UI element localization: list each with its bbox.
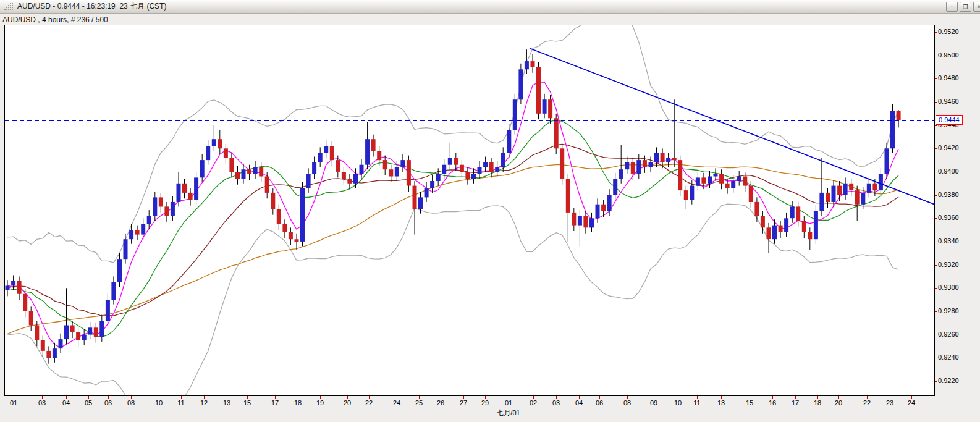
bull-candle	[124, 239, 128, 259]
bear-candle	[489, 162, 494, 172]
bull-candle	[365, 139, 370, 164]
time-axis-label: 29	[481, 399, 489, 407]
bear-candle	[643, 160, 647, 167]
price-chart-area[interactable]	[4, 25, 935, 396]
bear-candle	[377, 151, 381, 160]
minimize-button[interactable]: −	[946, 2, 958, 12]
bull-candle	[395, 167, 399, 176]
time-axis-label: 17	[792, 399, 799, 407]
bear-candle	[761, 216, 765, 228]
bear-candle	[271, 193, 275, 209]
bull-candle	[177, 184, 181, 202]
time-axis-tick	[750, 396, 750, 399]
price-axis-label: 0.9340	[938, 237, 959, 245]
bull-candle	[64, 326, 69, 340]
time-axis-label: 02	[530, 399, 537, 407]
window-controls: − ❐ ✕	[946, 2, 980, 12]
time-axis-label: 04	[62, 399, 70, 407]
bull-candle	[578, 216, 582, 226]
time-axis-tick	[678, 396, 678, 399]
bull-candle	[843, 184, 848, 195]
time-axis-tick	[627, 396, 628, 399]
time-axis-label: 20	[835, 399, 842, 407]
bear-candle	[678, 160, 682, 190]
bear-candle	[17, 281, 22, 294]
close-button[interactable]: ✕	[973, 2, 980, 12]
bear-candle	[164, 206, 169, 216]
bear-candle	[560, 148, 564, 179]
bear-candle	[29, 311, 33, 326]
time-axis-label: 04	[575, 399, 583, 407]
bear-candle	[566, 179, 570, 213]
bull-candle	[814, 211, 818, 239]
bull-candle	[111, 282, 116, 300]
bull-candle	[353, 174, 358, 184]
price-axis-tick	[935, 242, 937, 242]
bear-candle	[802, 221, 806, 232]
bear-candle	[259, 167, 263, 176]
time-axis-label: 01	[10, 399, 17, 407]
price-axis-tick	[935, 265, 937, 266]
time-axis-label: 24	[908, 399, 915, 407]
bear-candle	[554, 118, 559, 148]
price-axis-label: 0.9480	[938, 74, 959, 82]
time-axis-tick	[533, 396, 534, 399]
bear-candle	[295, 239, 299, 242]
bull-candle	[53, 348, 57, 358]
price-axis-tick	[935, 195, 937, 196]
price-axis-label: 0.9300	[938, 284, 959, 291]
bull-candle	[690, 186, 694, 200]
time-axis-tick	[131, 396, 132, 399]
time-axis-label: 06	[104, 399, 112, 407]
restore-button[interactable]: ❐	[960, 2, 971, 12]
current-price-label: 0.9444	[936, 115, 963, 125]
bear-candle	[601, 205, 606, 211]
bull-candle	[300, 188, 305, 242]
bull-candle	[483, 162, 488, 167]
bear-candle	[572, 213, 576, 226]
bear-candle	[808, 232, 812, 239]
bull-candle	[625, 162, 629, 169]
time-axis-tick	[66, 396, 67, 399]
bull-candle	[890, 111, 895, 148]
bear-candle	[661, 153, 665, 162]
price-axis-label: 0.9400	[938, 167, 959, 175]
bull-candle	[11, 281, 15, 286]
price-axis-label: 0.9520	[938, 28, 959, 35]
bear-candle	[837, 186, 842, 195]
time-axis-label: 15	[243, 399, 251, 407]
bull-candle	[59, 339, 63, 348]
chart-canvas	[5, 25, 934, 395]
bear-candle	[826, 193, 830, 202]
bear-candle	[407, 160, 411, 185]
bull-candle	[171, 202, 175, 216]
bull-candle	[649, 162, 653, 167]
bear-candle	[182, 184, 187, 193]
bear-candle	[701, 177, 706, 183]
bear-candle	[229, 158, 234, 172]
bear-candle	[749, 186, 753, 202]
time-axis-label: 01	[505, 399, 512, 407]
bear-candle	[583, 216, 588, 228]
time-axis-label: 23	[886, 399, 893, 407]
price-axis-tick	[935, 56, 937, 56]
bull-candle	[206, 146, 210, 161]
bull-candle	[242, 169, 246, 179]
bull-candle	[430, 181, 434, 188]
bull-candle	[471, 174, 476, 179]
bear-candle	[347, 179, 352, 184]
bull-candle	[360, 165, 364, 174]
bear-candle	[342, 172, 346, 179]
bear-candle	[725, 184, 730, 188]
time-axis-tick	[817, 396, 818, 399]
bear-candle	[159, 197, 163, 206]
bull-candle	[731, 181, 735, 188]
price-axis-label: 0.9360	[938, 214, 959, 221]
bear-candle	[218, 139, 222, 148]
price-axis-tick	[935, 311, 937, 312]
time-axis-tick	[697, 396, 698, 399]
time-axis-label: 03	[552, 399, 560, 407]
bull-candle	[790, 206, 795, 218]
time-axis-tick	[42, 396, 43, 399]
time-axis-tick	[419, 396, 420, 399]
